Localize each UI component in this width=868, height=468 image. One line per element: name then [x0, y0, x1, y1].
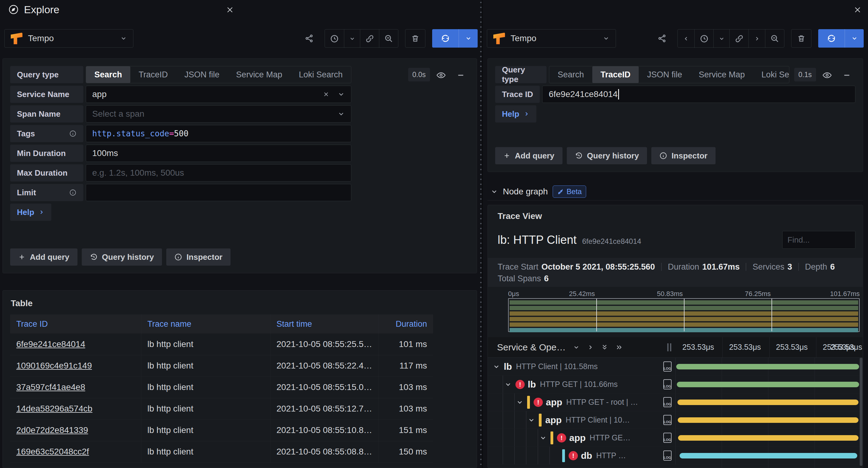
- span-bar[interactable]: [680, 453, 857, 459]
- info-icon[interactable]: [69, 130, 76, 137]
- eye-icon[interactable]: [432, 66, 450, 85]
- help-link[interactable]: Help: [495, 105, 536, 123]
- trace-id-link[interactable]: 14dea58296a574cb: [16, 404, 93, 413]
- span-row[interactable]: ! db HTTP … LOG: [488, 447, 863, 465]
- query-history-button[interactable]: Query history: [82, 248, 162, 266]
- datasource-picker[interactable]: Tempo: [4, 29, 133, 47]
- trace-id-link[interactable]: 2d0e72d2e841339: [16, 425, 88, 435]
- log-icon[interactable]: LOG: [663, 379, 672, 390]
- pane-splitter-handle[interactable]: [480, 0, 482, 468]
- share-icon[interactable]: [301, 29, 318, 47]
- expand-all-double-chevron-right-icon[interactable]: [615, 344, 623, 351]
- limit-input[interactable]: [86, 184, 351, 201]
- tab-json-file[interactable]: JSON file: [639, 66, 690, 83]
- run-options-chevron-down-icon[interactable]: [845, 29, 864, 47]
- span-bar[interactable]: [677, 382, 859, 387]
- log-icon[interactable]: LOG: [663, 397, 672, 407]
- tags-input[interactable]: http.status_code=500: [86, 125, 351, 142]
- tab-loki-search[interactable]: Loki Search: [290, 66, 351, 83]
- run-options-chevron-down-icon[interactable]: [459, 29, 478, 47]
- collapse-all-double-chevron-down-icon[interactable]: [601, 343, 608, 351]
- collapse-query-minus-icon[interactable]: [452, 66, 469, 85]
- span-bar[interactable]: [678, 417, 859, 423]
- min-duration-input[interactable]: 100ms: [86, 145, 351, 162]
- collapse-span-chevron-down-icon[interactable]: [539, 434, 551, 442]
- log-icon[interactable]: LOG: [663, 415, 672, 425]
- span-bar[interactable]: [677, 400, 859, 405]
- refresh-icon[interactable]: [818, 29, 845, 47]
- tab-service-map[interactable]: Service Map: [690, 66, 753, 83]
- tab-search[interactable]: Search: [549, 66, 592, 83]
- add-query-button[interactable]: Add query: [10, 248, 78, 266]
- trace-id-link[interactable]: 1090169c4e91c149: [16, 361, 92, 370]
- chevron-down-icon[interactable]: [338, 91, 345, 98]
- span-name-select[interactable]: Select a span: [86, 105, 351, 123]
- sort-chevron-down-icon[interactable]: [573, 344, 580, 351]
- span-row[interactable]: ! lb HTTP GET | 101.66ms LOG: [488, 375, 863, 393]
- span-row[interactable]: lb HTTP Client | 101.58ms LOG: [488, 358, 863, 375]
- share-icon[interactable]: [653, 29, 671, 47]
- remove-query-trash-icon[interactable]: [405, 29, 425, 47]
- shift-time-forward-icon[interactable]: [748, 30, 765, 48]
- trace-id-link[interactable]: 169e63c52048cc2f: [16, 447, 89, 456]
- trace-id-link[interactable]: 6fe9e241ce84014: [16, 339, 85, 349]
- tab-search[interactable]: Search: [86, 66, 130, 83]
- add-query-button[interactable]: Add query: [495, 147, 562, 164]
- span-bar[interactable]: [676, 364, 859, 369]
- span-row[interactable]: ! app HTTP GE… LOG: [488, 429, 863, 447]
- tab-json-file[interactable]: JSON file: [176, 66, 228, 83]
- collapse-span-chevron-down-icon[interactable]: [516, 399, 527, 406]
- run-query-button[interactable]: [432, 29, 478, 47]
- span-row[interactable]: app HTTP Client | 10… LOG: [488, 411, 863, 429]
- collapse-span-chevron-down-icon[interactable]: [528, 416, 539, 424]
- tab-loki-search[interactable]: Loki Search: [753, 66, 789, 83]
- zoom-out-icon[interactable]: [379, 30, 398, 48]
- close-left-split-icon[interactable]: [224, 4, 236, 16]
- trace-id-input[interactable]: 6fe9e241ce84014: [542, 86, 856, 103]
- span-bar[interactable]: [678, 435, 859, 441]
- service-name-select[interactable]: app: [86, 86, 351, 103]
- link-icon[interactable]: [730, 30, 748, 48]
- inspector-button[interactable]: Inspector: [166, 248, 230, 266]
- collapse-span-chevron-down-icon[interactable]: [504, 381, 516, 388]
- shift-time-back-icon[interactable]: [678, 30, 694, 48]
- log-icon[interactable]: LOG: [663, 433, 672, 443]
- clear-icon[interactable]: [323, 91, 330, 98]
- collapse-span-chevron-down-icon[interactable]: [493, 363, 504, 370]
- node-graph-section[interactable]: Node graph Beta: [488, 183, 863, 201]
- find-input[interactable]: Find...: [782, 231, 856, 249]
- tab-traceid[interactable]: TraceID: [130, 66, 176, 83]
- trace-id-link[interactable]: 37a597cf41ae4e8: [16, 382, 85, 392]
- chevron-right-icon[interactable]: [587, 344, 594, 351]
- remove-query-trash-icon[interactable]: [791, 29, 811, 47]
- time-range-chevron-down-icon[interactable]: [344, 30, 360, 48]
- col-header-trace-name[interactable]: Trace name: [141, 314, 270, 334]
- log-icon[interactable]: LOG: [663, 362, 672, 372]
- span-row[interactable]: ! app HTTP GET - root | … LOG: [488, 393, 863, 411]
- close-right-split-icon[interactable]: [851, 4, 864, 16]
- help-link[interactable]: Help: [10, 204, 51, 221]
- chevron-down-icon[interactable]: [338, 110, 345, 118]
- eye-icon[interactable]: [818, 66, 836, 85]
- refresh-icon[interactable]: [432, 29, 459, 47]
- vertical-scrollbar[interactable]: [860, 358, 863, 466]
- zoom-out-icon[interactable]: [765, 30, 784, 48]
- col-header-trace-id[interactable]: Trace ID: [10, 314, 141, 334]
- col-header-start-time[interactable]: Start time: [270, 314, 378, 334]
- run-query-button[interactable]: [818, 29, 864, 47]
- col-header-duration[interactable]: Duration: [378, 314, 433, 334]
- time-range-button[interactable]: [325, 30, 344, 48]
- inspector-button[interactable]: Inspector: [651, 147, 716, 164]
- time-range-chevron-down-icon[interactable]: [713, 30, 730, 48]
- max-duration-input[interactable]: e.g. 1.2s, 100ms, 500us: [86, 164, 351, 181]
- column-resize-handle[interactable]: [667, 343, 671, 351]
- time-range-button[interactable]: [694, 30, 713, 48]
- info-icon[interactable]: [69, 189, 76, 196]
- tab-service-map[interactable]: Service Map: [228, 66, 290, 83]
- link-icon[interactable]: [360, 30, 379, 48]
- tab-traceid[interactable]: TraceID: [592, 66, 639, 83]
- datasource-picker[interactable]: Tempo: [487, 29, 616, 47]
- log-icon[interactable]: LOG: [663, 450, 672, 461]
- query-history-button[interactable]: Query history: [567, 147, 647, 164]
- timeline-minimap[interactable]: [508, 298, 860, 332]
